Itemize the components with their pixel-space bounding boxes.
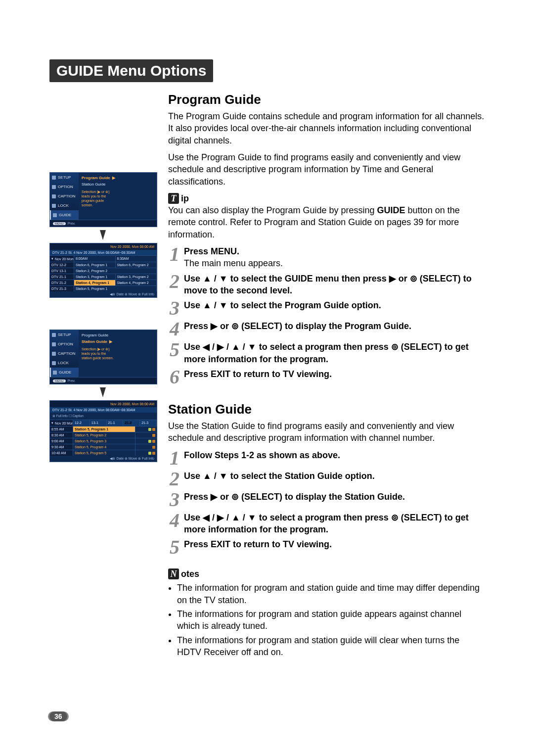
osd-guide-menu-program: SETUP OPTION CAPTION LOCK GUIDE Program … xyxy=(49,172,157,227)
program-guide-para2: Use the Program Guide to find programs e… xyxy=(168,151,485,188)
sidebar-item-option: OPTION xyxy=(50,182,79,191)
arrow-down-icon xyxy=(100,387,106,397)
lock-icon xyxy=(52,361,56,365)
left-column: SETUP OPTION CAPTION LOCK GUIDE Program … xyxy=(49,91,156,462)
page-title: GUIDE Menu Options xyxy=(49,59,213,82)
globe-icon xyxy=(52,342,56,346)
right-column: Program Guide The Program Guide contains… xyxy=(168,91,485,660)
menu-item-program-guide: Program Guide xyxy=(82,332,154,338)
station-guide-heading: Station Guide xyxy=(168,401,485,418)
notes-icon: N xyxy=(168,568,179,579)
globe-icon xyxy=(52,185,56,189)
sidebar-item-guide: GUIDE xyxy=(50,210,79,220)
program-guide-heading: Program Guide xyxy=(168,91,485,108)
program-guide-para1: The Program Guide contains schedule and … xyxy=(168,110,485,146)
wrench-icon xyxy=(52,333,56,337)
notes-heading: N otes xyxy=(168,568,485,580)
osd-guide-menu-station: SETUP OPTION CAPTION LOCK GUIDE Program … xyxy=(49,330,157,384)
notes-item: The informations for program and station… xyxy=(177,608,485,632)
notes-item: The information for program and station … xyxy=(177,582,485,606)
tip-body: You can also display the Program Guide b… xyxy=(168,204,485,240)
guide-icon xyxy=(53,371,57,375)
caption-icon xyxy=(52,194,56,198)
menu-item-program-guide: Program Guide ▶ xyxy=(82,175,154,181)
osd-program-guide-grid: Nov 20 2000, Mon 08:00 AM DTV 21-2 St. 4… xyxy=(49,243,157,298)
sidebar-item-setup: SETUP xyxy=(50,173,79,182)
notes-item: The informations for program and station… xyxy=(177,634,485,659)
page-number: 36 xyxy=(49,711,67,721)
tip-heading: T ip xyxy=(168,192,485,204)
station-guide-para1: Use the Station Guide to find programs e… xyxy=(168,420,485,444)
program-guide-steps: 1Press MENU.The main menu appears. 2Use … xyxy=(168,245,485,386)
osd-station-guide-list: Nov 20 2000, Mon 08:00 AM DTV 21-2 St. 4… xyxy=(49,400,157,462)
tip-icon: T xyxy=(168,193,179,204)
lock-icon xyxy=(52,204,56,208)
menu-pill: MENU xyxy=(53,222,66,225)
menu-item-station-guide: Station Guide ▶ xyxy=(82,338,154,345)
notes-list: The information for program and station … xyxy=(168,582,485,658)
guide-icon xyxy=(53,213,57,217)
caption-icon xyxy=(52,352,56,356)
arrow-down-icon xyxy=(100,230,106,240)
station-guide-steps: 1Follow Steps 1-2 as shown as above. 2Us… xyxy=(168,449,485,557)
wrench-icon xyxy=(52,176,56,180)
sidebar-item-caption: CAPTION xyxy=(50,191,79,201)
sidebar-item-lock: LOCK xyxy=(50,201,79,210)
menu-item-station-guide: Station Guide xyxy=(82,181,154,188)
